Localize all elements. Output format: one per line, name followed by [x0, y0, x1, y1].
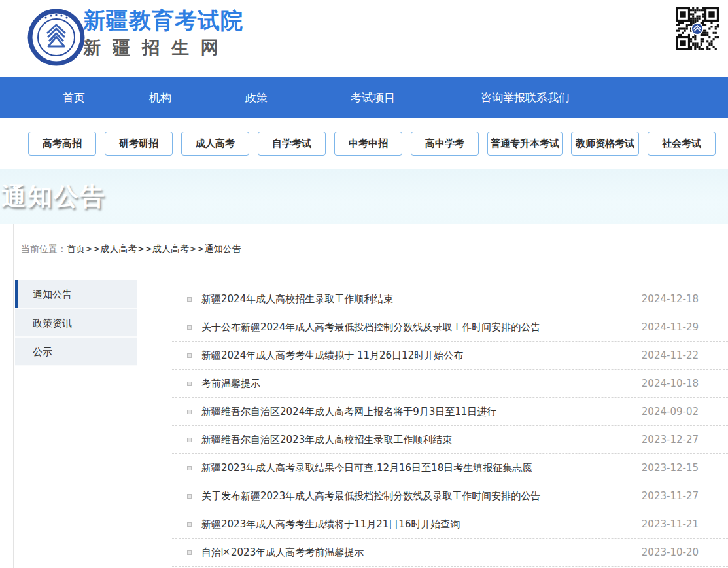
- notice-list-item[interactable]: 自治区2023年成人高考考前温馨提示 2023-10-20: [172, 539, 728, 567]
- notice-title: 新疆维吾尔自治区2024年成人高考网上报名将于9月3日至11日进行: [201, 406, 642, 418]
- notice-title: 关于发布新疆2023年成人高考最低投档控制分数线及录取工作时间安排的公告: [201, 490, 642, 503]
- site-header: 新疆教育考试院 新疆招生网: [0, 0, 728, 77]
- notice-date: 2023-12-27: [642, 434, 699, 446]
- category-button[interactable]: 研考研招: [105, 132, 173, 156]
- category-button[interactable]: 高考高招: [28, 132, 96, 156]
- square-bullet-icon: [187, 410, 192, 414]
- sidebar-menu-item-label: 公示: [33, 346, 52, 358]
- notice-title: 新疆2023年成人高考考生成绩将于11月21日16时开始查询: [201, 518, 642, 531]
- category-navigation: 高考高招 研考研招 成人高考 自学考试 中考中招 高中学考 普通专升本考试 教师…: [0, 118, 728, 169]
- notice-list-item[interactable]: 关于公布新疆2024年成人高考最低投档控制分数线及录取工作时间安排的公告 202…: [172, 313, 728, 342]
- breadcrumb-link[interactable]: 成人高考: [152, 243, 189, 254]
- section-banner-title: 通知公告: [0, 180, 106, 213]
- notice-title: 考前温馨提示: [201, 378, 642, 390]
- square-bullet-icon: [187, 466, 192, 470]
- notice-date: 2023-12-15: [642, 462, 699, 474]
- main-nav-item[interactable]: 考试项目: [351, 90, 395, 105]
- category-button[interactable]: 教师资格考试: [571, 132, 639, 156]
- site-title-block: 新疆教育考试院 新疆招生网: [83, 9, 243, 60]
- breadcrumb-separator: >>: [85, 243, 100, 254]
- square-bullet-icon: [187, 325, 192, 330]
- emblem-icon: [27, 7, 85, 67]
- notice-list-item[interactable]: 新疆2024年成人高考考生成绩拟于 11月26日12时开始公布 2024-11-…: [172, 342, 728, 370]
- content-area: 当前位置：首页>>成人高考>>成人高考>>通知公告 通知公告 政策资讯 公示 新…: [13, 224, 728, 568]
- notice-title: 自治区2023年成人高考考前温馨提示: [201, 546, 642, 559]
- notice-title: 关于公布新疆2024年成人高考最低投档控制分数线及录取工作时间安排的公告: [201, 321, 642, 334]
- wechat-qr-code: [676, 7, 719, 50]
- notice-title: 新疆2024年成人高考考生成绩拟于 11月26日12时开始公布: [201, 349, 642, 362]
- section-banner: 通知公告: [0, 169, 728, 224]
- square-bullet-icon: [187, 522, 192, 527]
- category-button[interactable]: 自学考试: [258, 132, 326, 156]
- sidebar-menu-item[interactable]: 公示: [15, 338, 137, 366]
- breadcrumb-separator: >>: [137, 243, 152, 254]
- main-navigation: 首页 机构 政策 考试项目 咨询举报 联系我们: [0, 77, 728, 118]
- sidebar-menu-item-label: 政策资讯: [33, 317, 72, 329]
- notice-list-item[interactable]: 新疆维吾尔自治区2024年成人高考网上报名将于9月3日至11日进行 2024-0…: [172, 398, 728, 426]
- breadcrumb-label: 当前位置：: [21, 243, 67, 254]
- square-bullet-icon: [187, 297, 192, 302]
- notice-list-item[interactable]: 新疆2024年成人高校招生录取工作顺利结束 2024-12-18: [172, 285, 728, 313]
- notice-list-item[interactable]: 考前温馨提示 2024-10-18: [172, 370, 728, 398]
- notice-date: 2024-11-22: [642, 349, 699, 361]
- notice-list-item[interactable]: 关于发布新疆2023年成人高考最低投档控制分数线及录取工作时间安排的公告 202…: [172, 482, 728, 510]
- breadcrumb: 当前位置：首页>>成人高考>>成人高考>>通知公告: [14, 224, 728, 255]
- site-subtitle: 新疆招生网: [83, 36, 243, 60]
- main-nav-item[interactable]: 咨询举报: [481, 90, 525, 105]
- notice-list-item[interactable]: 新疆2023年成人高考考生成绩将于11月21日16时开始查询 2023-11-2…: [172, 510, 728, 539]
- notice-list-item[interactable]: 新疆2023年成人高考录取结果今日可查,12月16日至18日考生填报征集志愿 2…: [172, 454, 728, 482]
- site-logo-icon[interactable]: [27, 7, 85, 67]
- sidebar-menu: 通知公告 政策资讯 公示: [15, 280, 137, 366]
- sidebar-menu-item-label: 通知公告: [33, 289, 72, 300]
- category-button[interactable]: 成人高考: [181, 132, 249, 156]
- notice-date: 2024-10-18: [642, 378, 699, 389]
- notice-date: 2023-11-21: [642, 518, 699, 530]
- square-bullet-icon: [187, 494, 192, 499]
- main-nav-item[interactable]: 机构: [149, 90, 171, 105]
- notice-date: 2023-10-20: [642, 546, 699, 558]
- category-button[interactable]: 社会考试: [648, 132, 716, 156]
- notice-list: 新疆2024年成人高校招生录取工作顺利结束 2024-12-18 关于公布新疆2…: [172, 285, 728, 567]
- square-bullet-icon: [187, 353, 192, 358]
- category-button[interactable]: 中考中招: [334, 132, 402, 156]
- breadcrumb-link[interactable]: 首页: [67, 243, 85, 254]
- notice-date: 2023-11-27: [642, 490, 699, 502]
- notice-title: 新疆2023年成人高考录取结果今日可查,12月16日至18日考生填报征集志愿: [201, 462, 642, 474]
- category-button[interactable]: 高中学考: [411, 132, 479, 156]
- notice-title: 新疆2024年成人高校招生录取工作顺利结束: [201, 293, 642, 306]
- breadcrumb-link[interactable]: 成人高考: [100, 243, 137, 254]
- site-title: 新疆教育考试院: [83, 9, 243, 33]
- notice-date: 2024-11-29: [642, 321, 699, 333]
- square-bullet-icon: [187, 382, 192, 386]
- notice-date: 2024-09-02: [642, 406, 699, 417]
- main-nav-item[interactable]: 联系我们: [525, 90, 570, 105]
- breadcrumb-link[interactable]: 通知公告: [204, 243, 241, 254]
- square-bullet-icon: [187, 550, 192, 555]
- sidebar-menu-item[interactable]: 通知公告: [15, 280, 137, 309]
- sidebar-menu-item[interactable]: 政策资讯: [15, 309, 137, 338]
- notice-date: 2024-12-18: [642, 293, 699, 305]
- notice-list-item[interactable]: 新疆维吾尔自治区2023年成人高校招生录取工作顺利结束 2023-12-27: [172, 426, 728, 454]
- category-button[interactable]: 普通专升本考试: [487, 132, 563, 156]
- breadcrumb-separator: >>: [189, 243, 204, 254]
- main-nav-item[interactable]: 首页: [63, 90, 85, 105]
- notice-title: 新疆维吾尔自治区2023年成人高校招生录取工作顺利结束: [201, 434, 642, 446]
- main-nav-item[interactable]: 政策: [245, 90, 268, 105]
- square-bullet-icon: [187, 438, 192, 442]
